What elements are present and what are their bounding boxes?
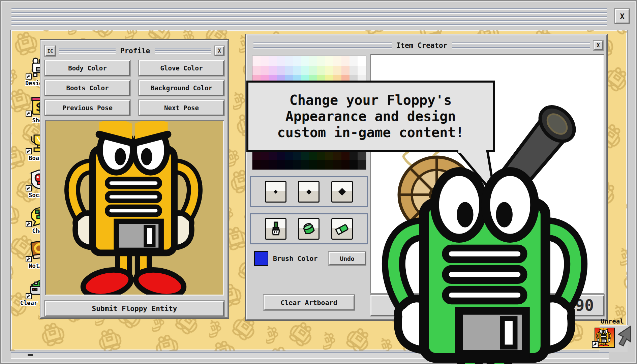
palette-color[interactable] [325, 151, 333, 160]
fill-tool-button[interactable] [298, 218, 320, 240]
unreal-label: Unreal [601, 317, 624, 325]
shortcut-arrow-icon [26, 221, 32, 227]
palette-color[interactable] [358, 151, 366, 160]
palette-color[interactable] [358, 56, 366, 66]
body-color-button[interactable]: Body Color [45, 60, 130, 76]
palette-color[interactable] [341, 151, 350, 160]
next-pose-button[interactable]: Next Pose [139, 100, 224, 116]
palette-color[interactable] [277, 160, 285, 170]
paintbrush-icon [268, 221, 283, 236]
palette-color[interactable] [350, 151, 358, 160]
brush-color-label: Brush Color [273, 254, 329, 263]
palette-color[interactable] [325, 66, 333, 75]
palette-color[interactable] [350, 160, 358, 170]
titlebar-ridges [59, 48, 116, 54]
green-floppy-character [377, 150, 593, 364]
game-screen: X [0, 0, 637, 364]
palette-color[interactable] [301, 66, 309, 75]
profile-window-title: Profile [119, 47, 152, 55]
palette-color[interactable] [269, 160, 277, 170]
palette-color[interactable] [252, 56, 261, 66]
palette-color[interactable] [293, 56, 301, 66]
background-color-button[interactable]: Background Color [139, 80, 224, 96]
brush-size-large-button[interactable] [331, 181, 353, 203]
profile-artboard [45, 120, 224, 296]
palette-color[interactable] [350, 56, 358, 66]
palette-color[interactable] [358, 160, 366, 170]
item-creator-close-button[interactable]: X [594, 41, 603, 50]
palette-color[interactable] [325, 160, 333, 170]
palette-color[interactable] [350, 66, 358, 75]
palette-color[interactable] [317, 160, 325, 170]
item-creator-title: Item Creator [395, 41, 449, 50]
brush-color-swatch[interactable] [254, 251, 268, 266]
eraser-tool-button[interactable] [331, 218, 353, 240]
mouse-cursor [618, 326, 631, 353]
palette-color[interactable] [301, 56, 309, 66]
palette-color[interactable] [269, 66, 277, 75]
window-titlebar-ridges[interactable] [11, 8, 607, 27]
palette-color[interactable] [325, 56, 333, 66]
palette-color[interactable] [341, 56, 350, 66]
palette-color[interactable] [261, 56, 269, 66]
palette-color[interactable] [333, 66, 341, 75]
titlebar-ridges [452, 42, 590, 49]
titlebar-ridges [253, 42, 392, 49]
palette-color[interactable] [285, 66, 293, 75]
palette-color[interactable] [333, 151, 341, 160]
palette-color[interactable] [301, 151, 309, 160]
palette-color[interactable] [293, 66, 301, 75]
brush-size-medium-button[interactable] [298, 181, 320, 203]
palette-color[interactable] [301, 160, 309, 170]
palette-color[interactable] [309, 66, 317, 75]
brush-size-small-button[interactable] [265, 181, 286, 203]
palette-color[interactable] [309, 160, 317, 170]
palette-color[interactable] [252, 160, 261, 170]
profile-close-button[interactable]: X [215, 46, 224, 56]
shortcut-arrow-icon [26, 73, 32, 80]
palette-color[interactable] [261, 160, 269, 170]
palette-color[interactable] [261, 151, 269, 160]
undo-button[interactable]: Undo [329, 252, 366, 265]
brush-tool-button[interactable] [265, 218, 286, 240]
bubble-line: Appearance and design [285, 108, 456, 124]
palette-color[interactable] [285, 160, 293, 170]
brush-size-panel [250, 176, 368, 207]
palette-color[interactable] [269, 151, 277, 160]
palette-color[interactable] [252, 151, 261, 160]
shortcut-arrow-icon [26, 293, 32, 299]
palette-color[interactable] [277, 151, 285, 160]
glove-color-button[interactable]: Glove Color [139, 60, 224, 76]
tool-select-panel [250, 213, 368, 244]
boots-color-button[interactable]: Boots Color [45, 80, 130, 96]
palette-color[interactable] [285, 56, 293, 66]
palette-color[interactable] [317, 66, 325, 75]
palette-color[interactable] [358, 66, 366, 75]
brush-color-row: Brush Color Undo [250, 251, 368, 266]
palette-color[interactable] [341, 160, 350, 170]
titlebar-ridges [155, 48, 211, 54]
palette-color[interactable] [333, 160, 341, 170]
palette-color[interactable] [293, 151, 301, 160]
palette-color[interactable] [317, 56, 325, 66]
palette-color[interactable] [309, 151, 317, 160]
submit-floppy-entity-button[interactable]: Submit Floppy Entity [45, 301, 224, 316]
profile-titlebar[interactable]: IC Profile X [45, 44, 224, 58]
close-window-button[interactable]: X [615, 9, 630, 24]
palette-color[interactable] [333, 56, 341, 66]
palette-color[interactable] [277, 56, 285, 66]
palette-color[interactable] [252, 66, 261, 75]
previous-pose-button[interactable]: Previous Pose [45, 100, 130, 116]
palette-color[interactable] [293, 160, 301, 170]
clear-artboard-button[interactable]: Clear Artboard [264, 295, 355, 310]
palette-color[interactable] [269, 56, 277, 66]
palette-color[interactable] [277, 66, 285, 75]
palette-color[interactable] [341, 66, 350, 75]
palette-color[interactable] [285, 151, 293, 160]
palette-color[interactable] [309, 56, 317, 66]
profile-menu-button[interactable]: IC [45, 46, 56, 56]
item-creator-titlebar[interactable]: Item Creator X [250, 39, 603, 52]
medium-dot-icon [306, 189, 312, 194]
palette-color[interactable] [261, 66, 269, 75]
palette-color[interactable] [317, 151, 325, 160]
